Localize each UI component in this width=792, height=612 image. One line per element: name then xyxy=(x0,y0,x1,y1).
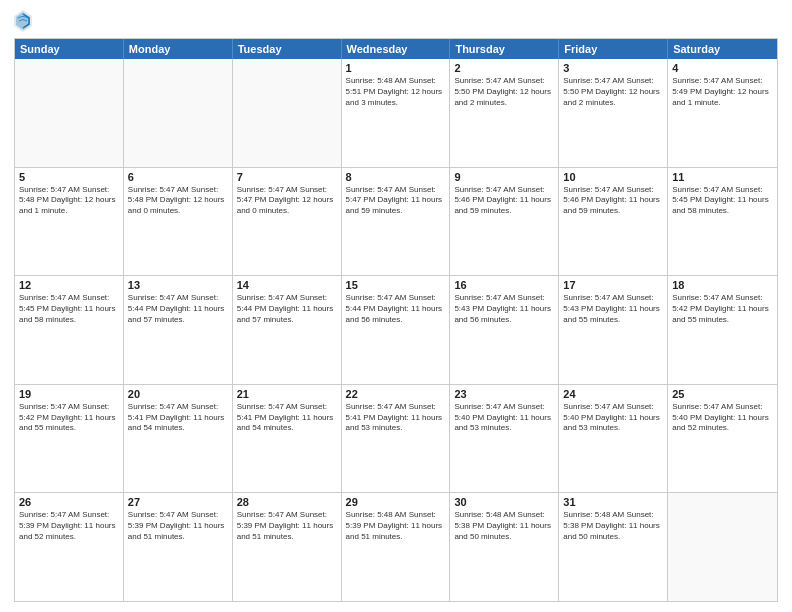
calendar-day-cell: 28Sunrise: 5:47 AM Sunset: 5:39 PM Dayli… xyxy=(233,493,342,601)
calendar-day-cell: 19Sunrise: 5:47 AM Sunset: 5:42 PM Dayli… xyxy=(15,385,124,493)
day-info: Sunrise: 5:47 AM Sunset: 5:46 PM Dayligh… xyxy=(454,185,554,217)
calendar-day-cell: 9Sunrise: 5:47 AM Sunset: 5:46 PM Daylig… xyxy=(450,168,559,276)
day-number: 18 xyxy=(672,279,773,291)
day-number: 28 xyxy=(237,496,337,508)
logo-icon xyxy=(14,10,32,32)
day-info: Sunrise: 5:47 AM Sunset: 5:43 PM Dayligh… xyxy=(563,293,663,325)
day-number: 26 xyxy=(19,496,119,508)
day-number: 29 xyxy=(346,496,446,508)
day-number: 9 xyxy=(454,171,554,183)
calendar-day-cell: 29Sunrise: 5:48 AM Sunset: 5:39 PM Dayli… xyxy=(342,493,451,601)
day-info: Sunrise: 5:47 AM Sunset: 5:42 PM Dayligh… xyxy=(672,293,773,325)
calendar-empty-cell xyxy=(124,59,233,167)
day-info: Sunrise: 5:47 AM Sunset: 5:40 PM Dayligh… xyxy=(563,402,663,434)
day-number: 11 xyxy=(672,171,773,183)
day-number: 12 xyxy=(19,279,119,291)
day-info: Sunrise: 5:47 AM Sunset: 5:44 PM Dayligh… xyxy=(237,293,337,325)
day-info: Sunrise: 5:47 AM Sunset: 5:50 PM Dayligh… xyxy=(563,76,663,108)
page: SundayMondayTuesdayWednesdayThursdayFrid… xyxy=(0,0,792,612)
day-number: 6 xyxy=(128,171,228,183)
day-number: 15 xyxy=(346,279,446,291)
day-info: Sunrise: 5:47 AM Sunset: 5:44 PM Dayligh… xyxy=(346,293,446,325)
calendar-header-cell: Thursday xyxy=(450,39,559,59)
day-number: 24 xyxy=(563,388,663,400)
calendar-day-cell: 1Sunrise: 5:48 AM Sunset: 5:51 PM Daylig… xyxy=(342,59,451,167)
day-number: 27 xyxy=(128,496,228,508)
day-number: 22 xyxy=(346,388,446,400)
calendar-row: 12Sunrise: 5:47 AM Sunset: 5:45 PM Dayli… xyxy=(15,276,777,385)
calendar-empty-cell xyxy=(15,59,124,167)
day-info: Sunrise: 5:47 AM Sunset: 5:43 PM Dayligh… xyxy=(454,293,554,325)
day-info: Sunrise: 5:47 AM Sunset: 5:40 PM Dayligh… xyxy=(454,402,554,434)
day-number: 21 xyxy=(237,388,337,400)
day-info: Sunrise: 5:47 AM Sunset: 5:48 PM Dayligh… xyxy=(19,185,119,217)
calendar-day-cell: 7Sunrise: 5:47 AM Sunset: 5:47 PM Daylig… xyxy=(233,168,342,276)
calendar-day-cell: 3Sunrise: 5:47 AM Sunset: 5:50 PM Daylig… xyxy=(559,59,668,167)
day-info: Sunrise: 5:47 AM Sunset: 5:46 PM Dayligh… xyxy=(563,185,663,217)
day-info: Sunrise: 5:47 AM Sunset: 5:45 PM Dayligh… xyxy=(19,293,119,325)
calendar-empty-cell xyxy=(233,59,342,167)
day-info: Sunrise: 5:48 AM Sunset: 5:39 PM Dayligh… xyxy=(346,510,446,542)
calendar-day-cell: 30Sunrise: 5:48 AM Sunset: 5:38 PM Dayli… xyxy=(450,493,559,601)
calendar-day-cell: 16Sunrise: 5:47 AM Sunset: 5:43 PM Dayli… xyxy=(450,276,559,384)
day-info: Sunrise: 5:47 AM Sunset: 5:47 PM Dayligh… xyxy=(237,185,337,217)
day-number: 10 xyxy=(563,171,663,183)
day-number: 30 xyxy=(454,496,554,508)
day-info: Sunrise: 5:47 AM Sunset: 5:40 PM Dayligh… xyxy=(672,402,773,434)
calendar-header-cell: Monday xyxy=(124,39,233,59)
calendar-row: 19Sunrise: 5:47 AM Sunset: 5:42 PM Dayli… xyxy=(15,385,777,494)
day-info: Sunrise: 5:47 AM Sunset: 5:41 PM Dayligh… xyxy=(237,402,337,434)
day-info: Sunrise: 5:47 AM Sunset: 5:39 PM Dayligh… xyxy=(19,510,119,542)
calendar-day-cell: 8Sunrise: 5:47 AM Sunset: 5:47 PM Daylig… xyxy=(342,168,451,276)
day-number: 8 xyxy=(346,171,446,183)
calendar-day-cell: 10Sunrise: 5:47 AM Sunset: 5:46 PM Dayli… xyxy=(559,168,668,276)
calendar-day-cell: 5Sunrise: 5:47 AM Sunset: 5:48 PM Daylig… xyxy=(15,168,124,276)
day-number: 7 xyxy=(237,171,337,183)
day-number: 23 xyxy=(454,388,554,400)
day-number: 31 xyxy=(563,496,663,508)
calendar-empty-cell xyxy=(668,493,777,601)
calendar-day-cell: 22Sunrise: 5:47 AM Sunset: 5:41 PM Dayli… xyxy=(342,385,451,493)
day-number: 13 xyxy=(128,279,228,291)
day-number: 1 xyxy=(346,62,446,74)
calendar: SundayMondayTuesdayWednesdayThursdayFrid… xyxy=(14,38,778,602)
day-number: 2 xyxy=(454,62,554,74)
calendar-day-cell: 4Sunrise: 5:47 AM Sunset: 5:49 PM Daylig… xyxy=(668,59,777,167)
day-info: Sunrise: 5:47 AM Sunset: 5:39 PM Dayligh… xyxy=(128,510,228,542)
logo xyxy=(14,10,36,32)
calendar-row: 5Sunrise: 5:47 AM Sunset: 5:48 PM Daylig… xyxy=(15,168,777,277)
day-info: Sunrise: 5:48 AM Sunset: 5:38 PM Dayligh… xyxy=(454,510,554,542)
day-info: Sunrise: 5:47 AM Sunset: 5:50 PM Dayligh… xyxy=(454,76,554,108)
calendar-day-cell: 31Sunrise: 5:48 AM Sunset: 5:38 PM Dayli… xyxy=(559,493,668,601)
calendar-day-cell: 11Sunrise: 5:47 AM Sunset: 5:45 PM Dayli… xyxy=(668,168,777,276)
day-info: Sunrise: 5:47 AM Sunset: 5:41 PM Dayligh… xyxy=(128,402,228,434)
day-info: Sunrise: 5:47 AM Sunset: 5:49 PM Dayligh… xyxy=(672,76,773,108)
day-info: Sunrise: 5:47 AM Sunset: 5:39 PM Dayligh… xyxy=(237,510,337,542)
calendar-row: 26Sunrise: 5:47 AM Sunset: 5:39 PM Dayli… xyxy=(15,493,777,601)
calendar-header-cell: Sunday xyxy=(15,39,124,59)
day-number: 4 xyxy=(672,62,773,74)
calendar-day-cell: 25Sunrise: 5:47 AM Sunset: 5:40 PM Dayli… xyxy=(668,385,777,493)
day-info: Sunrise: 5:48 AM Sunset: 5:51 PM Dayligh… xyxy=(346,76,446,108)
calendar-row: 1Sunrise: 5:48 AM Sunset: 5:51 PM Daylig… xyxy=(15,59,777,168)
day-info: Sunrise: 5:47 AM Sunset: 5:42 PM Dayligh… xyxy=(19,402,119,434)
calendar-day-cell: 18Sunrise: 5:47 AM Sunset: 5:42 PM Dayli… xyxy=(668,276,777,384)
day-number: 19 xyxy=(19,388,119,400)
calendar-header: SundayMondayTuesdayWednesdayThursdayFrid… xyxy=(15,39,777,59)
calendar-day-cell: 20Sunrise: 5:47 AM Sunset: 5:41 PM Dayli… xyxy=(124,385,233,493)
calendar-day-cell: 12Sunrise: 5:47 AM Sunset: 5:45 PM Dayli… xyxy=(15,276,124,384)
day-info: Sunrise: 5:47 AM Sunset: 5:48 PM Dayligh… xyxy=(128,185,228,217)
day-number: 14 xyxy=(237,279,337,291)
day-info: Sunrise: 5:48 AM Sunset: 5:38 PM Dayligh… xyxy=(563,510,663,542)
day-info: Sunrise: 5:47 AM Sunset: 5:41 PM Dayligh… xyxy=(346,402,446,434)
calendar-body: 1Sunrise: 5:48 AM Sunset: 5:51 PM Daylig… xyxy=(15,59,777,601)
calendar-header-cell: Friday xyxy=(559,39,668,59)
calendar-day-cell: 6Sunrise: 5:47 AM Sunset: 5:48 PM Daylig… xyxy=(124,168,233,276)
day-info: Sunrise: 5:47 AM Sunset: 5:44 PM Dayligh… xyxy=(128,293,228,325)
day-info: Sunrise: 5:47 AM Sunset: 5:45 PM Dayligh… xyxy=(672,185,773,217)
calendar-day-cell: 13Sunrise: 5:47 AM Sunset: 5:44 PM Dayli… xyxy=(124,276,233,384)
calendar-day-cell: 23Sunrise: 5:47 AM Sunset: 5:40 PM Dayli… xyxy=(450,385,559,493)
calendar-header-cell: Wednesday xyxy=(342,39,451,59)
calendar-day-cell: 17Sunrise: 5:47 AM Sunset: 5:43 PM Dayli… xyxy=(559,276,668,384)
calendar-day-cell: 24Sunrise: 5:47 AM Sunset: 5:40 PM Dayli… xyxy=(559,385,668,493)
